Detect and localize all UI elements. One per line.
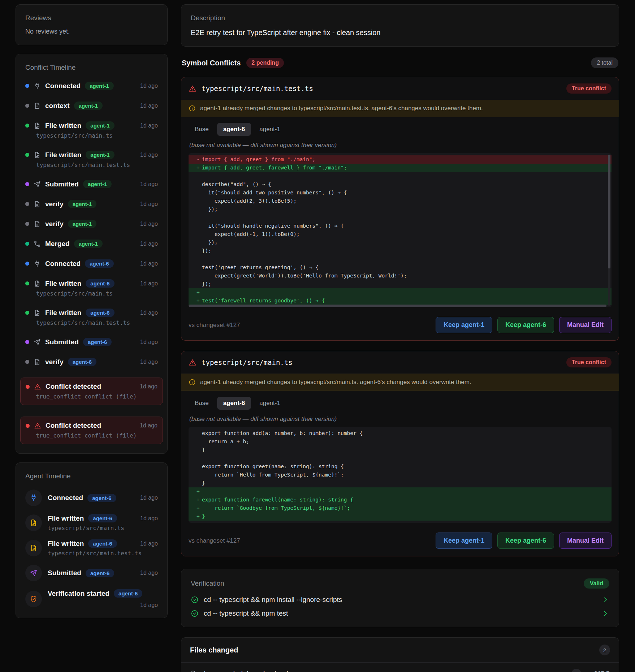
verification-check-row[interactable]: cd -- typescript && npm test bbox=[191, 609, 609, 617]
diff-line-ctx: · bbox=[189, 214, 612, 222]
agent-badge: agent-6 bbox=[87, 494, 116, 502]
conflict-info-text: agent-1 already merged changes to typesc… bbox=[200, 105, 483, 112]
agent-badge: agent-1 bbox=[85, 82, 113, 90]
agent-timeline-item-body: Verification startedagent-61d ago bbox=[48, 589, 158, 608]
agent-timeline-item-label: Connected bbox=[48, 494, 83, 502]
filepen-icon bbox=[34, 280, 41, 287]
tab-base[interactable]: Base bbox=[189, 397, 215, 410]
timestamp: 1d ago bbox=[140, 359, 158, 365]
diff-gutter-sign: · bbox=[189, 205, 196, 214]
timestamp: 1d ago bbox=[140, 495, 158, 501]
agent-timeline-item-detail: typescript/src/main.test.ts bbox=[48, 550, 158, 557]
timestamp: 1d ago bbox=[140, 310, 158, 316]
diff-line-ctx: ·describe("add", () ⇒ { bbox=[189, 180, 612, 189]
conflict-cards: typescript/src/main.test.tsTrue conflict… bbox=[181, 77, 619, 567]
filetext-icon bbox=[34, 201, 41, 208]
vs-changeset-label: vs changeset #127 bbox=[189, 537, 240, 544]
timestamp: 1d ago bbox=[140, 280, 158, 287]
diff-line-ctx: ·test('greet returns greeting', () ⇒ { bbox=[189, 263, 612, 272]
status-dot bbox=[25, 281, 29, 285]
symbol-conflicts-header: Symbol Conflicts 2 pending 2 total bbox=[182, 57, 618, 68]
agent-timeline-item-body: File writtenagent-61d agotypescript/src/… bbox=[48, 514, 158, 531]
file-row[interactable]: typescript/src/main.ts?265 B bbox=[181, 662, 619, 672]
timestamp: 1d ago bbox=[140, 152, 158, 158]
chevron-right-icon bbox=[601, 596, 609, 604]
tab-agent-6[interactable]: agent-6 bbox=[217, 123, 251, 136]
horizontal-scrollbar-thumb[interactable] bbox=[189, 305, 606, 307]
timeline-item: Connectedagent-11d ago bbox=[25, 82, 158, 90]
diff-gutter-sign: · bbox=[189, 230, 196, 238]
agent-timeline-title: Agent Timeline bbox=[25, 472, 158, 480]
status-dot bbox=[25, 340, 29, 344]
diff-gutter-sign: + bbox=[189, 487, 196, 496]
diff-code-block: -import { add, greet } from "./main";+im… bbox=[189, 153, 612, 307]
vertical-scrollbar-thumb[interactable] bbox=[608, 155, 610, 268]
tab-agent-1[interactable]: agent-1 bbox=[253, 397, 286, 410]
timestamp: 1d ago bbox=[140, 103, 158, 109]
diff-line-text bbox=[196, 172, 202, 180]
timeline-item-detail: typescript/src/main.ts bbox=[36, 132, 158, 139]
status-dot bbox=[26, 385, 30, 389]
plug-icon bbox=[25, 490, 42, 506]
conflict-timeline-panel: Conflict Timeline Connectedagent-11d ago… bbox=[16, 54, 168, 454]
timeline-item-detail: typescript/src/main.ts bbox=[36, 290, 158, 297]
diff-line-ctx: ·export function greet(name: string): st… bbox=[189, 462, 612, 471]
diff-line-ctx: · bbox=[189, 172, 612, 180]
diff-line-ctx: · expect(add(-1, 1)).toBe(0); bbox=[189, 230, 612, 238]
check-circle-icon bbox=[191, 609, 199, 617]
timestamp: 1d ago bbox=[140, 383, 157, 390]
diff-line-text bbox=[196, 214, 202, 222]
timestamp: 1d ago bbox=[140, 181, 158, 188]
timestamp: 1d ago bbox=[140, 339, 158, 345]
diff-line-text: }); bbox=[196, 280, 211, 288]
files-changed-title: Files changed bbox=[190, 646, 238, 654]
filetext-icon bbox=[34, 102, 41, 109]
diff-line-ctx: · it("should add two positive numbers", … bbox=[189, 189, 612, 197]
diff-line-ctx: · return `Hello from TypeScript, ${name}… bbox=[189, 471, 612, 479]
diff-line-add: +test('farewell returns goodbye', () ⇒ { bbox=[189, 297, 612, 305]
diff-gutter-sign: · bbox=[189, 263, 196, 272]
keep-agent-6-button[interactable]: Keep agent-6 bbox=[497, 317, 554, 333]
diff-line-text: expect(add(2, 3)).toBe(5); bbox=[196, 197, 297, 205]
info-icon bbox=[189, 379, 196, 386]
agent-timeline-item: File writtenagent-61d agotypescript/src/… bbox=[25, 539, 158, 557]
agent-timeline-item-row: File writtenagent-61d ago bbox=[48, 539, 158, 548]
conflict-timeline-title: Conflict Timeline bbox=[25, 64, 158, 72]
warning-triangle-icon bbox=[189, 358, 196, 366]
keep-agent-1-button[interactable]: Keep agent-1 bbox=[436, 317, 492, 333]
manual-edit-button[interactable]: Manual Edit bbox=[559, 317, 612, 333]
files-changed-panel: Files changed 2 typescript/src/main.ts?2… bbox=[181, 637, 619, 672]
timeline-item-label: verify bbox=[45, 200, 64, 208]
tab-base[interactable]: Base bbox=[189, 123, 215, 136]
keep-agent-1-button[interactable]: Keep agent-1 bbox=[436, 533, 492, 549]
timeline-item: contextagent-11d ago bbox=[25, 102, 158, 110]
tab-agent-1[interactable]: agent-1 bbox=[253, 123, 286, 136]
timeline-item-row: File writtenagent-61d ago bbox=[25, 309, 158, 317]
timestamp: 1d ago bbox=[140, 241, 158, 247]
symbol-conflicts-title: Symbol Conflicts bbox=[182, 59, 241, 67]
total-badge: 2 total bbox=[591, 57, 618, 68]
conflict-card-body: Baseagent-6agent-1(base not available — … bbox=[181, 117, 619, 311]
timeline-item-label: Submitted bbox=[45, 180, 79, 188]
warn-icon bbox=[34, 422, 41, 429]
warning-triangle-icon bbox=[189, 85, 196, 92]
timeline-item: Submittedagent-61d ago bbox=[25, 338, 158, 346]
conflict-card-footer: vs changeset #127Keep agent-1Keep agent-… bbox=[181, 526, 619, 556]
manual-edit-button[interactable]: Manual Edit bbox=[559, 533, 612, 549]
page: Reviews No reviews yet. Conflict Timelin… bbox=[16, 4, 619, 672]
diff-gutter-sign: · bbox=[189, 214, 196, 222]
timestamp: 1d ago bbox=[140, 201, 158, 207]
keep-agent-6-button[interactable]: Keep agent-6 bbox=[497, 533, 554, 549]
send-icon bbox=[25, 565, 42, 581]
timestamp: 1d ago bbox=[140, 515, 158, 522]
diff-line-text: return `Hello from TypeScript, ${name}!`… bbox=[196, 471, 344, 479]
timeline-item: verifyagent-11d ago bbox=[25, 220, 158, 228]
diff-gutter-sign: · bbox=[189, 471, 196, 479]
tab-agent-6[interactable]: agent-6 bbox=[217, 397, 251, 410]
verification-check-row[interactable]: cd -- typescript && npm install --ignore… bbox=[191, 596, 609, 604]
agent-badge: agent-6 bbox=[68, 358, 96, 366]
info-icon bbox=[189, 105, 196, 112]
timestamp: 1d ago bbox=[140, 540, 158, 547]
agent-badge: agent-6 bbox=[86, 569, 114, 577]
timestamp: 1d ago bbox=[140, 602, 158, 608]
